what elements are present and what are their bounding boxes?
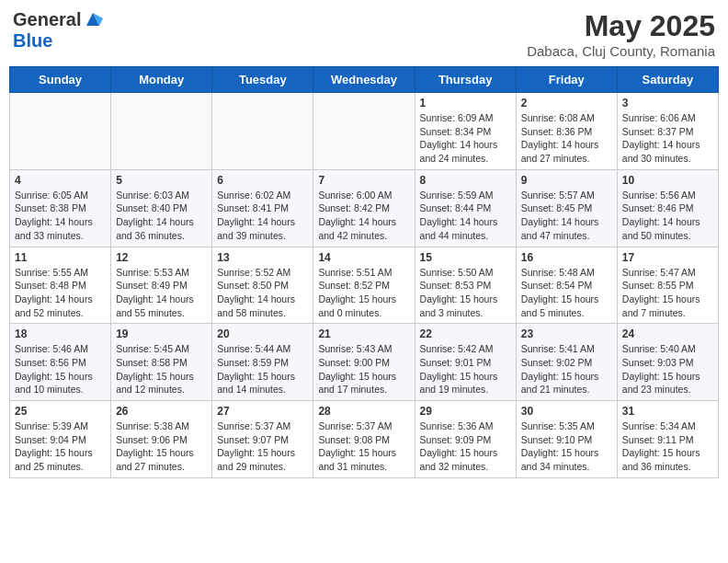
calendar-header-row: SundayMondayTuesdayWednesdayThursdayFrid… [10, 67, 719, 93]
calendar-cell [10, 93, 111, 170]
calendar-cell: 5Sunrise: 6:03 AMSunset: 8:40 PMDaylight… [111, 169, 212, 247]
calendar-table: SundayMondayTuesdayWednesdayThursdayFrid… [9, 66, 719, 478]
calendar-week-5: 25Sunrise: 5:39 AMSunset: 9:04 PMDayligh… [10, 401, 719, 478]
day-header-thursday: Thursday [415, 67, 516, 93]
calendar-cell: 10Sunrise: 5:56 AMSunset: 8:46 PMDayligh… [617, 169, 718, 247]
day-info: Sunrise: 5:44 AMSunset: 8:59 PMDaylight:… [217, 342, 308, 396]
calendar-cell: 3Sunrise: 6:06 AMSunset: 8:37 PMDaylight… [617, 93, 718, 170]
day-header-friday: Friday [516, 67, 617, 93]
subtitle: Dabaca, Cluj County, Romania [527, 43, 715, 59]
calendar-cell: 27Sunrise: 5:37 AMSunset: 9:07 PMDayligh… [212, 401, 313, 478]
calendar-cell: 4Sunrise: 6:05 AMSunset: 8:38 PMDaylight… [10, 169, 111, 247]
day-info: Sunrise: 5:57 AMSunset: 8:45 PMDaylight:… [521, 189, 612, 243]
day-info: Sunrise: 5:56 AMSunset: 8:46 PMDaylight:… [622, 189, 713, 243]
calendar-week-3: 11Sunrise: 5:55 AMSunset: 8:48 PMDayligh… [10, 247, 719, 324]
calendar-week-2: 4Sunrise: 6:05 AMSunset: 8:38 PMDaylight… [10, 169, 719, 247]
day-number: 26 [116, 405, 207, 418]
calendar-cell: 9Sunrise: 5:57 AMSunset: 8:45 PMDaylight… [516, 169, 617, 247]
day-number: 14 [318, 251, 409, 264]
calendar-cell: 19Sunrise: 5:45 AMSunset: 8:58 PMDayligh… [111, 324, 212, 401]
calendar-week-1: 1Sunrise: 6:09 AMSunset: 8:34 PMDaylight… [10, 93, 719, 170]
logo-general-text: General [13, 9, 81, 30]
calendar-cell: 8Sunrise: 5:59 AMSunset: 8:44 PMDaylight… [415, 169, 516, 247]
day-info: Sunrise: 5:55 AMSunset: 8:48 PMDaylight:… [15, 266, 106, 320]
day-number: 30 [521, 405, 612, 418]
calendar-cell: 13Sunrise: 5:52 AMSunset: 8:50 PMDayligh… [212, 247, 313, 324]
day-number: 9 [521, 174, 612, 187]
day-info: Sunrise: 5:34 AMSunset: 9:11 PMDaylight:… [622, 419, 713, 474]
day-info: Sunrise: 6:09 AMSunset: 8:34 PMDaylight:… [420, 111, 511, 166]
day-number: 31 [622, 405, 713, 418]
day-info: Sunrise: 6:00 AMSunset: 8:42 PMDaylight:… [318, 189, 409, 243]
day-number: 20 [217, 327, 308, 340]
calendar-cell: 16Sunrise: 5:48 AMSunset: 8:54 PMDayligh… [516, 247, 617, 324]
calendar-cell: 18Sunrise: 5:46 AMSunset: 8:56 PMDayligh… [10, 324, 111, 401]
day-info: Sunrise: 5:45 AMSunset: 8:58 PMDaylight:… [116, 342, 207, 396]
day-info: Sunrise: 5:52 AMSunset: 8:50 PMDaylight:… [217, 266, 308, 320]
logo: General Blue [13, 9, 103, 52]
day-number: 28 [318, 405, 409, 418]
calendar-cell [313, 93, 415, 170]
day-number: 22 [420, 327, 511, 340]
day-number: 2 [521, 97, 612, 109]
day-info: Sunrise: 5:50 AMSunset: 8:53 PMDaylight:… [420, 266, 511, 320]
calendar-cell: 22Sunrise: 5:42 AMSunset: 9:01 PMDayligh… [415, 324, 516, 401]
day-header-wednesday: Wednesday [313, 67, 415, 93]
day-number: 15 [420, 251, 511, 264]
calendar-cell: 11Sunrise: 5:55 AMSunset: 8:48 PMDayligh… [10, 247, 111, 324]
calendar-cell: 1Sunrise: 6:09 AMSunset: 8:34 PMDaylight… [415, 93, 516, 170]
day-number: 5 [116, 174, 207, 187]
calendar-cell: 26Sunrise: 5:38 AMSunset: 9:06 PMDayligh… [111, 401, 212, 478]
calendar-cell: 2Sunrise: 6:08 AMSunset: 8:36 PMDaylight… [516, 93, 617, 170]
day-info: Sunrise: 5:38 AMSunset: 9:06 PMDaylight:… [116, 419, 207, 474]
day-number: 4 [15, 174, 106, 187]
day-number: 18 [15, 327, 106, 340]
calendar-cell: 6Sunrise: 6:02 AMSunset: 8:41 PMDaylight… [212, 169, 313, 247]
day-header-saturday: Saturday [617, 67, 718, 93]
day-info: Sunrise: 5:51 AMSunset: 8:52 PMDaylight:… [318, 266, 409, 320]
day-header-sunday: Sunday [10, 67, 111, 93]
day-number: 11 [15, 251, 106, 264]
day-info: Sunrise: 5:37 AMSunset: 9:07 PMDaylight:… [217, 419, 308, 474]
calendar-cell: 14Sunrise: 5:51 AMSunset: 8:52 PMDayligh… [313, 247, 415, 324]
day-number: 19 [116, 327, 207, 340]
calendar-cell: 24Sunrise: 5:40 AMSunset: 9:03 PMDayligh… [617, 324, 718, 401]
day-number: 7 [318, 174, 409, 187]
day-info: Sunrise: 5:41 AMSunset: 9:02 PMDaylight:… [521, 342, 612, 396]
day-number: 10 [622, 174, 713, 187]
calendar-cell: 25Sunrise: 5:39 AMSunset: 9:04 PMDayligh… [10, 401, 111, 478]
day-info: Sunrise: 6:03 AMSunset: 8:40 PMDaylight:… [116, 189, 207, 243]
main-title: May 2025 [527, 9, 715, 43]
title-block: May 2025 Dabaca, Cluj County, Romania [527, 9, 715, 59]
day-info: Sunrise: 6:02 AMSunset: 8:41 PMDaylight:… [217, 189, 308, 243]
day-number: 13 [217, 251, 308, 264]
day-info: Sunrise: 5:46 AMSunset: 8:56 PMDaylight:… [15, 342, 106, 396]
calendar-week-4: 18Sunrise: 5:46 AMSunset: 8:56 PMDayligh… [10, 324, 719, 401]
logo-blue-text: Blue [13, 30, 52, 51]
day-info: Sunrise: 5:47 AMSunset: 8:55 PMDaylight:… [622, 266, 713, 320]
day-number: 21 [318, 327, 409, 340]
day-info: Sunrise: 5:59 AMSunset: 8:44 PMDaylight:… [420, 189, 511, 243]
day-number: 12 [116, 251, 207, 264]
calendar-cell: 28Sunrise: 5:37 AMSunset: 9:08 PMDayligh… [313, 401, 415, 478]
calendar-cell: 15Sunrise: 5:50 AMSunset: 8:53 PMDayligh… [415, 247, 516, 324]
calendar-cell: 29Sunrise: 5:36 AMSunset: 9:09 PMDayligh… [415, 401, 516, 478]
day-number: 27 [217, 405, 308, 418]
calendar-cell: 31Sunrise: 5:34 AMSunset: 9:11 PMDayligh… [617, 401, 718, 478]
day-number: 17 [622, 251, 713, 264]
calendar-cell: 17Sunrise: 5:47 AMSunset: 8:55 PMDayligh… [617, 247, 718, 324]
calendar-cell: 7Sunrise: 6:00 AMSunset: 8:42 PMDaylight… [313, 169, 415, 247]
logo-icon [83, 9, 103, 29]
day-number: 23 [521, 327, 612, 340]
page-header: General Blue May 2025 Dabaca, Cluj Count… [9, 9, 719, 59]
calendar-cell: 12Sunrise: 5:53 AMSunset: 8:49 PMDayligh… [111, 247, 212, 324]
day-number: 1 [420, 97, 511, 109]
day-number: 29 [420, 405, 511, 418]
day-info: Sunrise: 5:40 AMSunset: 9:03 PMDaylight:… [622, 342, 713, 396]
day-number: 3 [622, 97, 713, 109]
day-info: Sunrise: 6:05 AMSunset: 8:38 PMDaylight:… [15, 189, 106, 243]
day-number: 8 [420, 174, 511, 187]
calendar-cell: 30Sunrise: 5:35 AMSunset: 9:10 PMDayligh… [516, 401, 617, 478]
day-number: 24 [622, 327, 713, 340]
day-info: Sunrise: 5:42 AMSunset: 9:01 PMDaylight:… [420, 342, 511, 396]
